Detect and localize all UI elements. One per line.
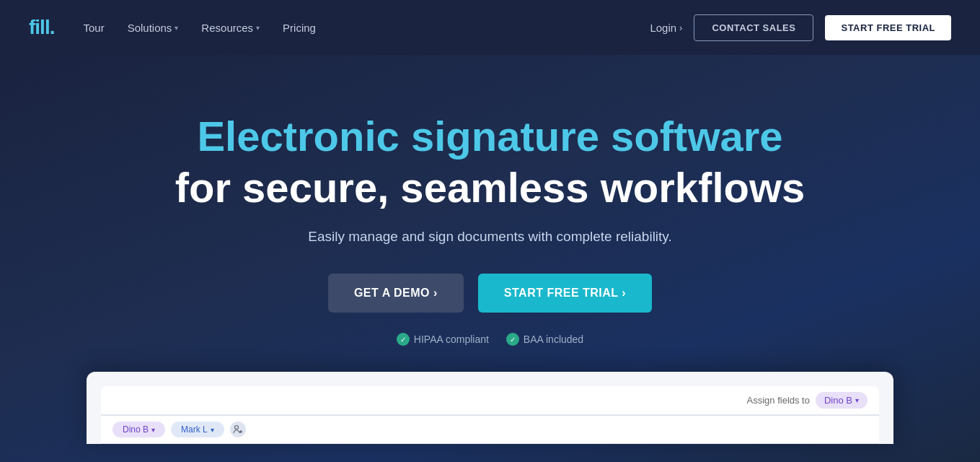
resources-chevron-icon: ▾	[256, 24, 260, 32]
hero-section: Electronic signature software for secure…	[0, 55, 980, 462]
hero-subtitle: Easily manage and sign documents with co…	[29, 229, 951, 245]
get-demo-button[interactable]: GET A DEMO ›	[328, 274, 464, 313]
baa-check-icon: ✓	[506, 333, 519, 346]
brand-logo[interactable]: fill.	[29, 16, 54, 39]
tab-mark-dropdown-icon: ▾	[211, 426, 214, 434]
app-preview-tabs: Dino B ▾ Mark L ▾	[101, 415, 879, 443]
contact-sales-button[interactable]: CONTACT SALES	[694, 14, 813, 41]
baa-label: BAA included	[524, 334, 583, 345]
logo-text: ll.	[40, 16, 54, 38]
assign-badge[interactable]: Dino B ▾	[816, 392, 868, 409]
nav-solutions[interactable]: Solutions ▾	[128, 22, 179, 34]
logo-accent: fi	[29, 16, 40, 38]
nav-tour[interactable]: Tour	[83, 22, 104, 34]
hipaa-check-icon: ✓	[397, 333, 410, 346]
hipaa-label: HIPAA compliant	[414, 334, 489, 345]
login-arrow-icon: ›	[679, 22, 682, 33]
start-trial-hero-button[interactable]: START FREE TRIAL ›	[478, 274, 652, 313]
tab-dino[interactable]: Dino B ▾	[112, 422, 165, 437]
nav-right: Login › CONTACT SALES START FREE TRIAL	[650, 14, 951, 41]
nav-links: Tour Solutions ▾ Resources ▾ Pricing	[83, 22, 650, 34]
navbar: fill. Tour Solutions ▾ Resources ▾ Prici…	[0, 0, 980, 55]
hipaa-badge: ✓ HIPAA compliant	[397, 333, 489, 346]
start-trial-nav-button[interactable]: START FREE TRIAL	[825, 15, 951, 40]
hero-title-line1: Electronic signature software	[29, 113, 951, 161]
tab-mark[interactable]: Mark L ▾	[171, 422, 224, 437]
hero-badges: ✓ HIPAA compliant ✓ BAA included	[29, 333, 951, 346]
solutions-chevron-icon: ▾	[175, 24, 178, 32]
assign-label: Assign fields to	[747, 395, 810, 406]
assign-dropdown-icon: ▾	[855, 396, 859, 404]
hero-title-line2: for secure, seamless workflows	[29, 164, 951, 212]
nav-resources[interactable]: Resources ▾	[201, 22, 260, 34]
assign-user: Dino B	[824, 395, 852, 406]
svg-point-0	[234, 426, 238, 430]
hero-buttons: GET A DEMO › START FREE TRIAL ›	[29, 274, 951, 313]
nav-pricing[interactable]: Pricing	[283, 22, 316, 34]
baa-badge: ✓ BAA included	[506, 333, 583, 346]
add-user-icon[interactable]	[230, 422, 246, 437]
app-preview: Assign fields to Dino B ▾ Dino B ▾ Mark …	[87, 372, 893, 444]
login-link[interactable]: Login ›	[650, 22, 682, 34]
tab-dino-dropdown-icon: ▾	[151, 426, 155, 434]
app-preview-header: Assign fields to Dino B ▾	[101, 386, 879, 415]
